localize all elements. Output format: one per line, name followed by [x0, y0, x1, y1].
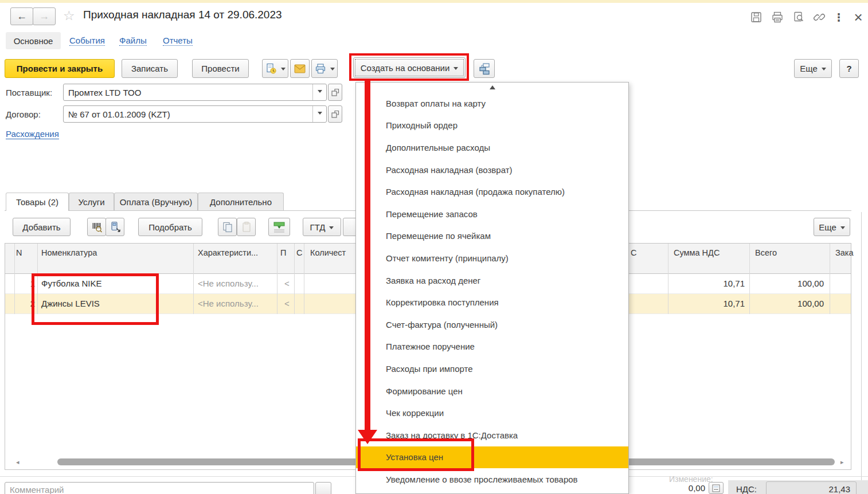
menu-item[interactable]: Перемещение запасов — [356, 203, 628, 225]
cell-p: < — [284, 279, 290, 288]
open-window-icon — [331, 88, 340, 97]
menu-item[interactable]: Дополнительные расходы — [356, 136, 628, 159]
menu-item[interactable]: Счет-фактура (полученный) — [356, 313, 628, 336]
save-icon[interactable] — [749, 10, 764, 25]
post-and-close-button[interactable]: Провести и закрыть — [5, 59, 115, 78]
tab-payment[interactable]: Оплата (Вручную) — [114, 193, 198, 210]
favorite-star-icon[interactable]: ☆ — [63, 8, 75, 23]
menu-item[interactable]: Формирование цен — [356, 380, 628, 402]
column-divider — [193, 244, 194, 314]
comment-expand-button[interactable] — [315, 482, 331, 494]
menu-item[interactable]: Расходы при импорте — [356, 358, 628, 380]
supplier-open-button[interactable] — [328, 84, 342, 101]
contract-label: Договор: — [6, 109, 41, 119]
calculator-button[interactable] — [709, 482, 724, 494]
forward-button[interactable]: → — [33, 7, 56, 25]
print-form-button[interactable] — [262, 59, 288, 78]
col-p[interactable]: П — [280, 248, 286, 257]
cell-p: < — [284, 299, 290, 308]
copy-row-button[interactable] — [218, 218, 237, 236]
right-edge-divider — [861, 212, 862, 494]
tab-services[interactable]: Услуги — [69, 193, 114, 210]
column-divider — [277, 244, 277, 314]
menu-item[interactable]: Расходная накладная (возврат) — [356, 159, 628, 181]
vat-total-panel: НДС: 21,43 — [728, 480, 868, 494]
menu-item[interactable]: Приходный ордер — [356, 115, 628, 137]
create-based-on-menu: Возврат оплаты на картуПриходный ордерДо… — [355, 82, 629, 494]
tab-main[interactable]: Основное — [6, 32, 61, 49]
top-accent-strip — [0, 0, 868, 3]
column-divider — [304, 244, 304, 314]
menu-item[interactable]: Платежное поручение — [356, 336, 628, 358]
tab-goods[interactable]: Товары (2) — [6, 193, 69, 211]
discrepancies-link[interactable]: Расхождения — [6, 129, 59, 139]
annotation-arrow-shaft — [365, 81, 370, 430]
more-label: Еще — [819, 222, 836, 232]
barcode-icon — [91, 221, 103, 233]
amount-value: 0,00 — [642, 483, 705, 493]
gtd-button[interactable]: ГТД — [303, 218, 341, 236]
annotation-box-set-prices — [358, 438, 474, 471]
col-vat-sum[interactable]: Сумма НДС — [674, 248, 720, 257]
col-characteristic[interactable]: Характеристи... — [198, 248, 258, 257]
fill-table-button[interactable] — [268, 218, 290, 236]
send-email-button[interactable] — [290, 59, 310, 78]
col-nomenclature[interactable]: Номенклатура — [41, 248, 97, 257]
menu-scroll-up[interactable] — [356, 83, 628, 92]
contract-field[interactable]: № 67 от 01.01.2009 (KZT) — [63, 105, 327, 123]
col-n[interactable]: N — [16, 248, 22, 257]
write-button[interactable]: Записать — [122, 59, 178, 78]
tab-reports[interactable]: Отчеты — [163, 36, 193, 46]
tab-additional[interactable]: Дополнительно — [198, 193, 284, 210]
menu-item[interactable]: Уведомление о ввозе прослеживаемых товар… — [356, 468, 628, 491]
print-button[interactable] — [311, 59, 338, 78]
supplier-dropdown-button[interactable] — [312, 84, 326, 100]
comment-input[interactable] — [5, 482, 314, 494]
chevron-down-icon — [318, 90, 322, 95]
back-button[interactable]: ← — [10, 7, 33, 25]
col-order[interactable]: Зака — [835, 248, 854, 257]
contract-dropdown-button[interactable] — [312, 106, 326, 122]
related-documents-button[interactable] — [474, 59, 495, 78]
more-vertical-icon[interactable]: ⋮ — [831, 10, 846, 25]
print-icon[interactable] — [770, 10, 785, 25]
gtd-label: ГТД — [310, 222, 326, 232]
envelope-icon — [294, 64, 306, 73]
col-quantity[interactable]: Количест — [310, 248, 346, 257]
barcode-scan-button[interactable] — [87, 218, 106, 236]
data-terminal-button[interactable] — [105, 218, 124, 236]
menu-item[interactable]: Возврат оплаты на карту — [356, 92, 628, 115]
col-s[interactable]: С — [296, 248, 302, 257]
tab-files[interactable]: Файлы — [119, 36, 147, 46]
menu-item[interactable]: Отчет комитенту (принципалу) — [356, 247, 628, 269]
menu-item[interactable]: Расходная накладная (продажа покупателю) — [356, 181, 628, 203]
col-total[interactable]: Всего — [755, 248, 777, 257]
menu-item[interactable]: Перемещение по ячейкам — [356, 225, 628, 248]
preview-icon[interactable] — [791, 10, 806, 25]
scroll-right-icon[interactable]: ▸ — [840, 458, 844, 466]
dropdown-caret-icon — [840, 226, 845, 232]
pick-items-button[interactable]: Подобрать — [138, 218, 202, 236]
scroll-left-icon[interactable]: ◂ — [16, 458, 19, 466]
annotation-box-create-based-on — [349, 53, 469, 81]
more-button-table[interactable]: Еще — [814, 218, 850, 236]
post-button[interactable]: Провести — [192, 59, 249, 78]
col-s2[interactable]: С — [631, 248, 636, 257]
page-title: Приходная накладная 14 от 29.06.2023 — [83, 9, 282, 21]
forward-arrow-icon: → — [39, 10, 49, 22]
close-icon[interactable]: × — [851, 10, 866, 25]
link-icon[interactable] — [812, 10, 827, 25]
calculator-icon — [712, 484, 720, 492]
paste-row-button[interactable] — [237, 218, 256, 236]
menu-item[interactable]: Заявка на расход денег — [356, 269, 628, 292]
chevron-down-icon — [318, 112, 322, 117]
tab-events[interactable]: События — [69, 36, 105, 46]
menu-item[interactable]: Корректировка поступления — [356, 291, 628, 313]
supplier-field[interactable]: Промтех LTD ТОО — [63, 84, 327, 101]
more-button-top[interactable]: Еще — [794, 59, 832, 78]
help-button[interactable]: ? — [839, 59, 859, 78]
menu-item[interactable]: Чек коррекции — [356, 402, 628, 424]
add-row-button[interactable]: Добавить — [13, 218, 71, 236]
scroll-up-icon — [490, 83, 495, 89]
contract-open-button[interactable] — [328, 105, 342, 123]
